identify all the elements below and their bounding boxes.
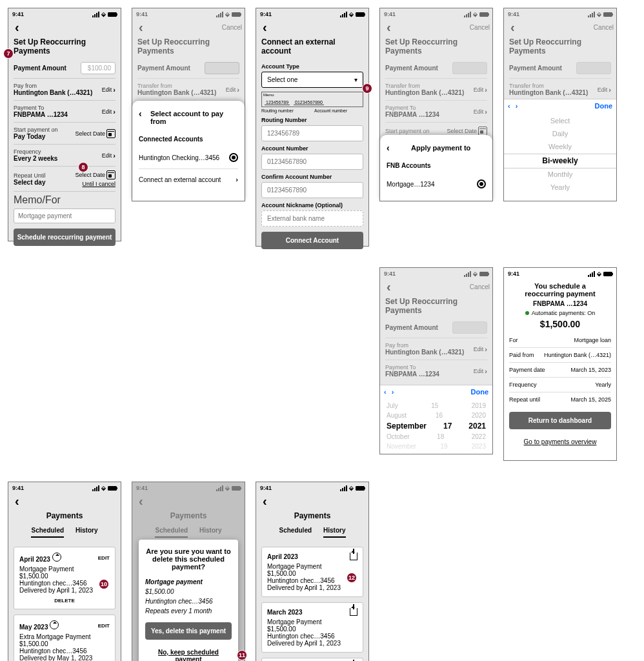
picker-next-button[interactable]: ›: [392, 388, 394, 396]
picker-option[interactable]: Yearly: [504, 181, 616, 194]
date-picker[interactable]: ‹› Done July152019 August162020 Septembe…: [380, 385, 492, 454]
connect-external-row[interactable]: Connect an external account ›: [139, 169, 238, 190]
picker-prev-button[interactable]: ‹: [384, 388, 387, 396]
page-title: Payments: [8, 510, 121, 524]
picker-option[interactable]: Daily: [504, 128, 616, 141]
account-caption: Account number: [314, 108, 363, 113]
sheet-title: Select account to pay from: [150, 110, 223, 125]
picker-done-button[interactable]: Done: [595, 102, 613, 110]
screen-setup: 7 8 9:41 ⬙ ‹ Set Up Reoccurring Payments…: [8, 8, 121, 241]
share-icon[interactable]: [350, 608, 357, 616]
check-sample: Memo 123456789 01234567890: [261, 92, 363, 107]
status-icons: ⬙: [92, 11, 117, 17]
payments-overview-link[interactable]: Go to payments overview: [509, 434, 611, 449]
picker-next-button[interactable]: ›: [516, 102, 518, 110]
pay-from-value: Huntington Bank (…4321): [14, 89, 92, 96]
memo-input[interactable]: [14, 208, 116, 223]
delete-card-button[interactable]: DELETE: [19, 598, 110, 604]
confirm-account: FNBPAMA …1234: [504, 300, 616, 307]
amount-input[interactable]: $100.00: [81, 62, 116, 74]
tab-history[interactable]: History: [323, 527, 345, 538]
back-button[interactable]: ‹: [259, 20, 271, 35]
recurring-icon: [52, 553, 61, 562]
sheet-back-button[interactable]: ‹: [387, 143, 390, 153]
chevron-down-icon: ▾: [354, 76, 357, 83]
screen-frequency-picker: 9:41⬙ ‹Cancel Set Up Reoccurring Payment…: [503, 8, 617, 201]
picker-prev-button[interactable]: ‹: [508, 102, 510, 110]
annotation-badge-11: 11: [237, 650, 247, 660]
picker-option[interactable]: Weekly: [504, 141, 616, 154]
modal-title: Are you sure you want to delete this sch…: [145, 547, 232, 571]
tab-history[interactable]: History: [75, 527, 97, 538]
back-button[interactable]: ‹: [135, 20, 147, 35]
history-card: April 2023 Mortgage Payment$1,500.00Hunt…: [261, 547, 363, 597]
account-select-sheet: ‹ Select account to pay from Connected A…: [132, 101, 245, 201]
pay-from-label: Pay from: [14, 83, 92, 89]
chevron-right-icon: ›: [113, 152, 116, 159]
account-number-input[interactable]: [261, 154, 363, 170]
wifi-icon: ⬙: [101, 11, 106, 17]
history-card: March 2023 Mortgage Payment$1,500.00Hunt…: [261, 602, 363, 653]
account-type-select[interactable]: Select one ▾: [261, 72, 363, 88]
connect-account-button[interactable]: Connect Account: [261, 232, 363, 249]
screen-connect-external: 9 9:41⬙ ‹ Connect an external account Ac…: [256, 8, 369, 247]
confirm-account-label: Confirm Account Number: [261, 174, 363, 180]
date-row-selected[interactable]: September172021: [380, 420, 492, 432]
signal-icon: [92, 12, 99, 17]
edit-pay-from[interactable]: Edit›: [102, 86, 116, 94]
nickname-input[interactable]: [261, 210, 363, 227]
memo-label: Memo/For: [14, 194, 116, 206]
chevron-right-icon: ›: [113, 108, 116, 116]
chevron-right-icon: ›: [113, 86, 116, 94]
share-icon[interactable]: [350, 553, 357, 560]
picker-option[interactable]: Select: [504, 115, 616, 128]
back-button[interactable]: ‹: [259, 494, 271, 509]
history-card: February 2023 Mortgage Payment$1,500.00: [261, 658, 363, 661]
status-bar: 9:41 ⬙: [8, 8, 121, 20]
edit-frequency[interactable]: Edit›: [102, 152, 116, 159]
fnb-accounts-header: FNB Accounts: [387, 162, 486, 169]
picker-done-button[interactable]: Done: [471, 388, 489, 396]
annotation-badge-12: 12: [347, 573, 357, 583]
start-date-value: Pay Today: [14, 133, 58, 140]
confirm-delete-button[interactable]: Yes, delete this payment: [145, 622, 232, 640]
payment-to-value: FNBPAMA …1234: [14, 111, 68, 118]
radio-selected-icon: [477, 179, 486, 188]
confirm-account-input[interactable]: [261, 182, 363, 198]
payment-to-label: Payment To: [14, 105, 68, 111]
picker-option-selected[interactable]: Bi-weekly: [504, 154, 616, 169]
sheet-back-button[interactable]: ‹: [139, 108, 142, 119]
frequency-picker[interactable]: ‹› Done Select Daily Weekly Bi-weekly Mo…: [504, 99, 616, 201]
account-number-label: Account Number: [261, 145, 363, 152]
routing-number-input[interactable]: [261, 125, 363, 141]
mortgage-option[interactable]: Mortgage…1234: [387, 173, 486, 195]
chevron-right-icon: ›: [236, 176, 238, 183]
radio-selected-icon: [229, 153, 238, 162]
account-option[interactable]: Huntington Checking…3456: [139, 147, 238, 169]
page-title: Set Up Reoccurring Payments: [8, 36, 121, 59]
calendar-icon: [106, 129, 116, 138]
edit-payment-to[interactable]: Edit›: [102, 108, 116, 116]
amount-label: Payment Amount: [14, 65, 66, 72]
repeat-until-label: Repeat Until: [14, 172, 46, 179]
return-dashboard-button[interactable]: Return to dashboard: [509, 412, 611, 429]
picker-option[interactable]: Monthly: [504, 168, 616, 181]
routing-number-label: Routing Number: [261, 117, 363, 123]
tab-scheduled[interactable]: Scheduled: [279, 527, 312, 538]
back-button[interactable]: ‹: [11, 20, 23, 35]
until-cancel-link[interactable]: Until I cancel: [75, 181, 116, 187]
edit-card-button[interactable]: EDIT: [98, 555, 110, 561]
nickname-label: Account Nickname (Optional): [261, 202, 363, 208]
back-button[interactable]: ‹: [11, 494, 23, 509]
schedule-payment-button[interactable]: Schedule reoccurring payment: [14, 229, 116, 246]
annotation-badge-9: 9: [362, 83, 372, 94]
edit-card-button[interactable]: EDIT: [98, 623, 110, 629]
tab-scheduled[interactable]: Scheduled: [31, 527, 64, 538]
payment-card: April 2023 EDIT Mortgage Payment $1,500.…: [14, 547, 116, 609]
status-time: 9:41: [12, 11, 24, 17]
select-start-date[interactable]: Select Date: [75, 129, 116, 138]
cancel-delete-link[interactable]: No, keep scheduled payment: [145, 645, 232, 661]
cancel-button[interactable]: Cancel: [222, 24, 242, 31]
screen-payments-scheduled: 10 9:41⬙ ‹ Payments Scheduled History Ap…: [8, 482, 121, 661]
battery-icon: [108, 12, 117, 17]
